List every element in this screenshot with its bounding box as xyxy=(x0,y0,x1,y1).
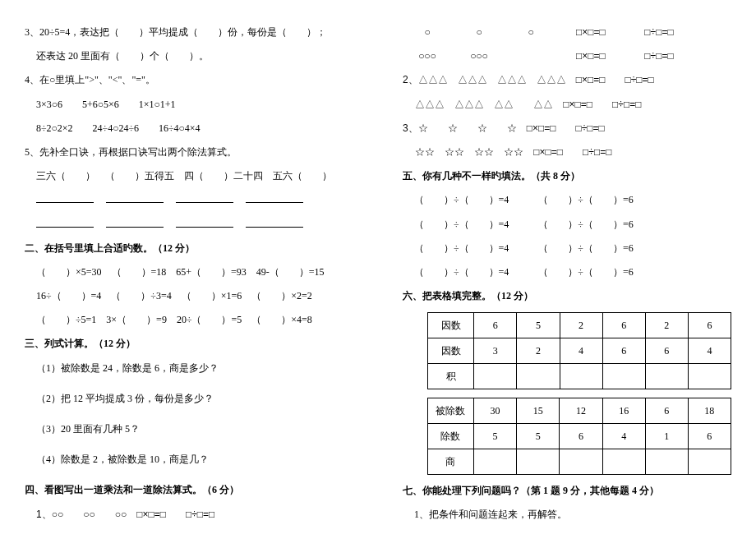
table-cell xyxy=(645,449,688,475)
table-cell xyxy=(560,364,602,389)
table-cell: 2 xyxy=(560,313,602,338)
table-cell: 6 xyxy=(602,338,645,364)
table-cell: 4 xyxy=(560,338,602,364)
blank-line xyxy=(246,192,303,203)
table-row: 因数 6 5 2 6 2 6 xyxy=(428,313,731,338)
worksheet-page: 3、20÷5=4，表达把（ ）平均提成（ ）份，每份是（ ）； 还表达 20 里… xyxy=(0,0,756,534)
table-cell xyxy=(602,364,645,389)
table-cell xyxy=(645,364,688,389)
row-header: 被除数 xyxy=(428,398,474,424)
blank-line xyxy=(176,192,233,203)
s2-row2: 16÷（ ）=4 （ ）÷3=4 （ ）×1=6 （ ）×2=2 xyxy=(25,288,353,304)
s3-q3: （3）20 里面有几种 5？ xyxy=(25,421,353,437)
table-cell: 12 xyxy=(560,398,602,424)
circle-icon: ○○○ xyxy=(403,48,452,64)
div-eq: □÷□=□ xyxy=(626,25,692,40)
row-header: 积 xyxy=(428,364,474,389)
s4-row1: 1、○○ ○○ ○○ □×□=□ □÷□=□ xyxy=(25,507,353,522)
section-3-heading: 三、列式计算。（12 分） xyxy=(25,336,353,352)
circle-icon: ○ xyxy=(403,25,452,40)
table-cell: 5 xyxy=(517,424,560,449)
table-cell xyxy=(473,449,516,475)
table-cell: 18 xyxy=(688,398,731,424)
section-7-heading: 七、你能处理下列问题吗？（第 1 题 9 分，其他每题 4 分） xyxy=(403,483,731,499)
q5-heading: 5、先补全口诀，再根据口诀写出两个除法算式。 xyxy=(25,145,353,160)
pattern1-row1: ○ ○ ○ □×□=□ □÷□=□ xyxy=(403,25,731,40)
pattern3-row2: ☆☆ ☆☆ ☆☆ ☆☆ □×□=□ □÷□=□ xyxy=(403,145,731,160)
q3-line1: 3、20÷5=4，表达把（ ）平均提成（ ）份，每份是（ ）； xyxy=(25,25,353,40)
table-cell: 6 xyxy=(645,398,688,424)
row-header: 商 xyxy=(428,449,474,475)
left-column: 3、20÷5=4，表达把（ ）平均提成（ ）份，每份是（ ）； 还表达 20 里… xyxy=(0,0,378,534)
blank-line xyxy=(246,217,303,228)
q5-row1: 三六（ ） （ ）五得五 四（ ）二十四 五六（ ） xyxy=(25,168,353,184)
table-cell xyxy=(517,449,560,475)
table-row: 因数 3 2 4 6 6 4 xyxy=(428,338,731,364)
s3-q1: （1）被除数是 24，除数是 6，商是多少？ xyxy=(25,361,353,376)
table-cell: 5 xyxy=(473,424,516,449)
circle-icon: ○○○ xyxy=(454,48,504,64)
s3-q2: （2）把 12 平均提成 3 份，每份是多少？ xyxy=(25,391,353,407)
table-row: 商 xyxy=(428,449,731,475)
row-header: 因数 xyxy=(428,313,474,338)
table-cell: 6 xyxy=(474,313,517,338)
section-6-heading: 六、把表格填完整。（12 分） xyxy=(403,288,731,304)
q5-blanks xyxy=(25,192,353,208)
pattern2-row1: 2、△△△ △△△ △△△ △△△ □×□=□ □÷□=□ xyxy=(403,72,731,88)
section-4-heading: 四、看图写出一道乘法和一道除法算式。（6 分） xyxy=(25,482,353,498)
table-cell xyxy=(688,449,731,475)
table-cell: 4 xyxy=(602,424,645,449)
pattern1-row2: ○○○ ○○○ □×□=□ □÷□=□ xyxy=(403,48,731,64)
mult-eq: □×□=□ xyxy=(558,25,624,40)
table-cell xyxy=(602,449,645,475)
blank-line xyxy=(36,192,94,203)
s5-row2: （ ）÷（ ）=4 （ ）÷（ ）=6 xyxy=(403,217,731,232)
table-row: 积 xyxy=(428,364,731,389)
table-cell: 30 xyxy=(473,398,516,424)
section-5-heading: 五、你有几种不一样旳填法。（共 8 分） xyxy=(403,168,731,184)
q5-blanks2 xyxy=(25,217,353,232)
table-cell: 1 xyxy=(645,424,688,449)
q4-row2: 8÷2○2×2 24÷4○24÷6 16÷4○4×4 xyxy=(25,121,353,136)
table-cell: 3 xyxy=(474,338,517,364)
q3-line2: 还表达 20 里面有（ ）个（ ）。 xyxy=(25,48,353,64)
table-cell: 6 xyxy=(645,338,688,364)
s3-q4: （4）除数是 2，被除数是 10，商是几？ xyxy=(25,452,353,467)
blank-line xyxy=(176,217,233,228)
blank-line xyxy=(106,217,164,228)
s5-row3: （ ）÷（ ）=4 （ ）÷（ ）=6 xyxy=(403,241,731,256)
circle-icon: ○ xyxy=(454,25,504,40)
table-cell xyxy=(560,449,602,475)
s7-q1a: ①15 个羽毛球，平均分给 5 个班。 一共分了几种小皮球？ xyxy=(403,532,731,534)
table-cell: 6 xyxy=(602,313,645,338)
s5-row1: （ ）÷（ ）=4 （ ）÷（ ）=6 xyxy=(403,192,731,208)
table-cell: 6 xyxy=(560,424,602,449)
table-cell: 5 xyxy=(517,313,560,338)
div-eq: □÷□=□ xyxy=(626,48,692,64)
table-cell: 2 xyxy=(517,338,560,364)
row-header: 除数 xyxy=(428,424,474,449)
q4-row1: 3×3○6 5+6○5×6 1×1○1+1 xyxy=(25,97,353,113)
s2-row3: （ ）÷5=1 3×（ ）=9 20÷（ ）=5 （ ）×4=8 xyxy=(25,312,353,328)
table-cell xyxy=(474,364,517,389)
table-cell: 6 xyxy=(688,313,731,338)
circle-icon: ○ xyxy=(506,25,555,40)
table-cell: 15 xyxy=(517,398,560,424)
mult-eq: □×□=□ xyxy=(558,48,624,64)
right-column: ○ ○ ○ □×□=□ □÷□=□ ○○○ ○○○ □×□=□ □÷□=□ 2、… xyxy=(378,0,756,534)
blank-line xyxy=(36,217,94,228)
table-row: 被除数 30 15 12 16 6 18 xyxy=(428,398,731,424)
table-cell xyxy=(688,364,731,389)
table-cell: 6 xyxy=(688,424,731,449)
table-cell: 4 xyxy=(688,338,731,364)
row-header: 因数 xyxy=(428,338,474,364)
division-table: 被除数 30 15 12 16 6 18 除数 5 5 6 4 1 6 商 xyxy=(427,398,731,475)
pattern3-row1: 3、☆ ☆ ☆ ☆ □×□=□ □÷□=□ xyxy=(403,121,731,136)
s2-row1: （ ）×5=30 （ ）=18 65+（ ）=93 49-（ ）=15 xyxy=(25,265,353,280)
blank-line xyxy=(106,192,164,203)
table-cell: 2 xyxy=(645,313,688,338)
s5-row4: （ ）÷（ ）=4 （ ）÷（ ）=6 xyxy=(403,265,731,280)
q4-heading: 4、在○里填上">"、"<"、"="。 xyxy=(25,72,353,88)
section-2-heading: 二、在括号里填上合适旳数。（12 分） xyxy=(25,241,353,256)
table-row: 除数 5 5 6 4 1 6 xyxy=(428,424,731,449)
